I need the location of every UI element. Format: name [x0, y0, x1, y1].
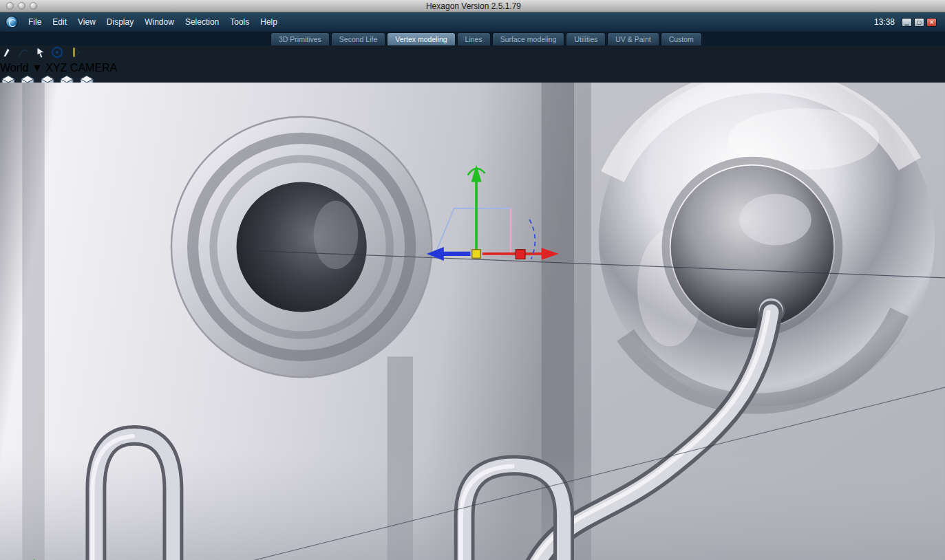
hexagon-app-window: Hexagon Version 2.5.1.79 File Edit View … [0, 0, 945, 560]
menu-bar: File Edit View Display Window Selection … [0, 12, 945, 32]
menu-edit[interactable]: Edit [47, 14, 72, 30]
window-titlebar[interactable]: Hexagon Version 2.5.1.79 [0, 0, 945, 12]
curve-tool-icon[interactable] [17, 50, 30, 61]
tab-uv-paint[interactable]: UV & Paint [607, 32, 659, 45]
app-maximize-icon[interactable]: ▢ [914, 18, 924, 27]
axis-extract-tool-icon[interactable] [67, 50, 81, 61]
window-controls [0, 2, 43, 10]
menu-display[interactable]: Display [101, 14, 139, 30]
perspective-viewport[interactable]: yz-900 * Perspective view [0, 83, 945, 560]
tab-second-life[interactable]: Second Life [331, 32, 385, 45]
app-minimize-icon[interactable]: ▁ [902, 18, 912, 27]
camera-button[interactable]: CAMERA [70, 62, 117, 74]
tab-vertex-modeling[interactable]: Vertex modeling [387, 32, 455, 45]
pick-tool-icon[interactable] [34, 50, 47, 61]
gizmo-center-handle [472, 250, 480, 258]
zoom-window-button[interactable] [30, 2, 37, 10]
tab-utilities[interactable]: Utilities [566, 32, 606, 45]
menu-view[interactable]: View [72, 14, 101, 30]
tab-surface-modeling[interactable]: Surface modeling [492, 32, 565, 45]
menu-help[interactable]: Help [255, 14, 283, 30]
menu-file[interactable]: File [23, 14, 47, 30]
minimize-window-button[interactable] [18, 2, 25, 10]
clock: 13:38 [874, 17, 902, 27]
manipulator-tool-icon[interactable] [50, 50, 64, 61]
app-window-buttons: ▁ ▢ ✕ [902, 18, 939, 27]
menu-selection[interactable]: Selection [180, 14, 224, 30]
draw-tool-icon[interactable] [0, 50, 14, 61]
xyz-button[interactable]: XYZ [45, 62, 67, 74]
world-select-chevron-icon[interactable]: ▼ [32, 62, 43, 74]
hexagon-logo-icon [6, 16, 18, 28]
menu-window[interactable]: Window [139, 14, 180, 30]
porthole-shape [171, 117, 432, 377]
selection-tools-group: World ▼ XYZ CAMERA [0, 45, 945, 74]
menu-tools[interactable]: Tools [224, 14, 255, 30]
window-title: Hexagon Version 2.5.1.79 [43, 1, 945, 11]
close-window-button[interactable] [6, 2, 14, 10]
viewport-3d-scene[interactable]: yz-900 * [0, 83, 945, 560]
main-toolbar: World ▼ XYZ CAMERA ✎ LOOP RING BETW [0, 45, 945, 83]
world-select-value[interactable]: World [0, 62, 29, 74]
tab-custom[interactable]: Custom [661, 32, 702, 45]
world-select[interactable]: World ▼ [0, 62, 45, 74]
tab-3d-primitives[interactable]: 3D Primitives [270, 32, 330, 45]
app-close-icon[interactable]: ✕ [926, 18, 937, 27]
tool-tab-bar: 3D Primitives Second Life Vertex modelin… [0, 32, 945, 45]
tab-lines[interactable]: Lines [457, 32, 491, 45]
